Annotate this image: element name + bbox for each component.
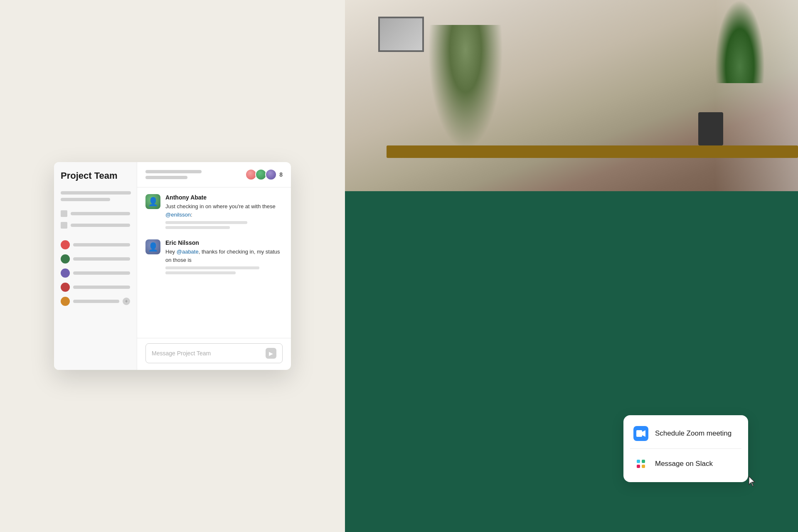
- face-1: 👤: [145, 194, 160, 209]
- zoom-svg: [636, 430, 645, 437]
- avatar-dm-2: [61, 254, 70, 264]
- send-button[interactable]: ▶: [266, 348, 276, 359]
- msg-bar-1a: [165, 221, 247, 224]
- dm-bar-1: [73, 243, 130, 246]
- slack-svg: [634, 457, 648, 470]
- avatar-dm-1: [61, 240, 70, 249]
- sidebar-dms: +: [54, 238, 137, 308]
- sidebar-channel-1[interactable]: [54, 208, 137, 219]
- message-sender-1: Anthony Abate: [165, 194, 283, 201]
- svg-marker-6: [749, 476, 755, 486]
- message-row-1: 👤 Anthony Abate Just checking in on wher…: [145, 194, 283, 231]
- message-sender-2: Eric Nilsson: [165, 239, 283, 246]
- dm-bar-4: [73, 286, 130, 289]
- chat-input-area: Message Project Team ▶: [137, 338, 291, 370]
- chat-input-placeholder: Message Project Team: [152, 350, 266, 357]
- zoom-icon: [633, 426, 648, 441]
- svg-marker-1: [642, 430, 645, 437]
- message-text-2: Hey @aabate, thanks for checking in, my …: [165, 248, 283, 264]
- avatar-dm-5: [61, 297, 70, 306]
- chat-messages: 👤 Anthony Abate Just checking in on wher…: [137, 187, 291, 338]
- sidebar-dm-3[interactable]: [54, 266, 137, 280]
- right-bottom: Schedule Zoom meeting: [345, 191, 798, 532]
- sidebar-dm-4[interactable]: [54, 280, 137, 294]
- mention-1[interactable]: @enilsson: [165, 212, 191, 218]
- svg-rect-0: [636, 430, 642, 437]
- mention-2[interactable]: @aabate: [177, 249, 199, 255]
- sidebar-dm-2[interactable]: [54, 252, 137, 266]
- msg-bar-1b: [165, 226, 230, 229]
- channel-bar-2: [71, 224, 130, 227]
- face-2: 👤: [145, 239, 160, 254]
- member-count: 8: [279, 171, 283, 178]
- svg-rect-5: [642, 465, 645, 468]
- wall-frame: [378, 17, 424, 52]
- sidebar-channel-2[interactable]: [54, 219, 137, 231]
- message-avatar-2: 👤: [145, 239, 160, 254]
- dm-bar-2: [73, 257, 130, 261]
- svg-rect-3: [642, 460, 645, 463]
- message-text-main-1: Just checking in on where you're at with…: [165, 203, 276, 209]
- add-dm-icon[interactable]: +: [123, 298, 130, 305]
- avatar-dm-3: [61, 268, 70, 278]
- msg-bar-2b: [165, 271, 236, 274]
- dm-bar-3: [73, 271, 130, 275]
- message-text-main-2: Hey: [165, 249, 177, 255]
- sidebar-bar-1: [61, 191, 131, 195]
- channel-icon-2: [61, 222, 67, 229]
- chat-main: 8 👤 Anthony Abate Just checking in on wh…: [137, 162, 291, 370]
- header-bars: [145, 170, 239, 179]
- mention-suffix-1: :: [191, 212, 192, 218]
- dm-bar-5: [73, 300, 119, 303]
- slack-window: Project Team: [54, 162, 291, 370]
- message-content-2: Eric Nilsson Hey @aabate, thanks for che…: [165, 239, 283, 276]
- message-row-2: 👤 Eric Nilsson Hey @aabate, thanks for c…: [145, 239, 283, 276]
- sidebar-dm-1[interactable]: [54, 238, 137, 252]
- header-bar-1: [145, 170, 202, 173]
- channel-bar-1: [71, 212, 130, 215]
- chat-input-box[interactable]: Message Project Team ▶: [145, 343, 283, 363]
- message-content-1: Anthony Abate Just checking in on where …: [165, 194, 283, 231]
- sidebar-bar-2: [61, 198, 110, 201]
- sidebar: Project Team: [54, 162, 137, 370]
- left-panel: Project Team: [0, 0, 345, 532]
- avatar-dm-4: [61, 283, 70, 292]
- slack-label: Message on Slack: [655, 460, 713, 468]
- sidebar-title: Project Team: [54, 170, 137, 190]
- msg-bar-2a: [165, 266, 259, 269]
- right-panel: Schedule Zoom meeting: [345, 0, 798, 532]
- message-avatar-1: 👤: [145, 194, 160, 209]
- slack-icon: [633, 456, 648, 471]
- action-card: Schedule Zoom meeting: [623, 415, 748, 482]
- zoom-label: Schedule Zoom meeting: [655, 429, 732, 438]
- chat-header: 8: [137, 162, 291, 187]
- svg-rect-2: [637, 460, 640, 463]
- channel-icon-1: [61, 210, 67, 217]
- header-bar-2: [145, 176, 187, 179]
- header-avatar-3: [265, 169, 277, 180]
- office-scene: [345, 0, 798, 191]
- monitor: [698, 112, 723, 145]
- person-silhouette: [428, 25, 503, 150]
- message-slack-item[interactable]: Message on Slack: [623, 449, 748, 479]
- right-top-photo: [345, 0, 798, 191]
- svg-rect-4: [637, 465, 640, 468]
- cursor-svg: [748, 475, 756, 487]
- send-arrow-icon: ▶: [269, 350, 273, 357]
- plant: [715, 0, 765, 83]
- sidebar-dm-5[interactable]: +: [54, 294, 137, 308]
- sidebar-channels: [54, 208, 137, 231]
- schedule-zoom-item[interactable]: Schedule Zoom meeting: [623, 419, 748, 448]
- mouse-cursor: [748, 475, 756, 487]
- header-avatars: 8: [245, 169, 283, 180]
- message-text-1: Just checking in on where you're at with…: [165, 202, 283, 219]
